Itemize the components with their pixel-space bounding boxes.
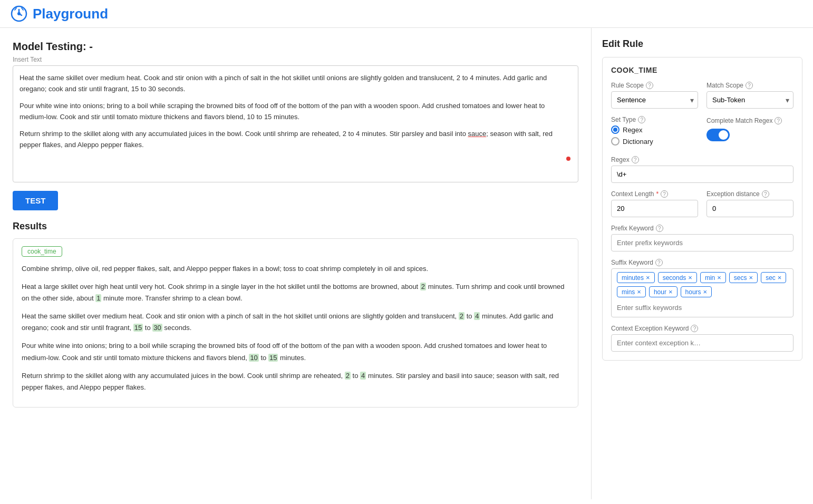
suffix-tag-minutes: minutes × (617, 272, 655, 283)
rule-scope-select-wrapper: Sentence Token Document ▾ (611, 91, 698, 109)
complete-match-group: Complete Match Regex ? (706, 116, 793, 141)
context-length-info-icon[interactable]: ? (661, 190, 668, 198)
left-panel: Model Testing: - Insert Text Heat the sa… (0, 28, 592, 499)
complete-match-toggle-row (706, 129, 793, 141)
regex-group: Regex ? (611, 156, 793, 183)
highlight: 4 (360, 372, 366, 380)
model-testing-title: Model Testing: - (13, 41, 578, 53)
exception-distance-label: Exception distance ? (706, 190, 793, 198)
regex-radio-button[interactable] (611, 125, 620, 134)
exception-distance-input[interactable] (706, 200, 793, 217)
exception-distance-info-icon[interactable]: ? (762, 190, 769, 198)
match-scope-select[interactable]: Sub-Token Token Sentence (706, 91, 793, 109)
highlight: 4 (474, 312, 480, 320)
regex-radio-label: Regex (623, 126, 643, 134)
context-exception-keyword-input[interactable] (611, 334, 793, 352)
highlight: 2 (420, 283, 426, 290)
highlight: 10 (249, 354, 258, 362)
context-exception-info-icon[interactable]: ? (691, 325, 698, 332)
rule-scope-label: Rule Scope ? (611, 82, 698, 89)
text-para-3: Return shrimp to the skillet along with … (20, 128, 572, 151)
header: Playground (0, 0, 813, 28)
cook-time-tag: cook_time (22, 246, 62, 257)
highlight: 30 (152, 324, 162, 332)
results-title: Results (13, 221, 578, 232)
tag-row: cook_time (22, 246, 569, 257)
suffix-tag-hour: hour × (649, 286, 678, 297)
suffix-tag-hour-remove[interactable]: × (669, 288, 673, 296)
prefix-keyword-info-icon[interactable]: ? (656, 225, 663, 232)
suffix-tag-sec-remove[interactable]: × (778, 274, 782, 282)
dictionary-radio-button[interactable] (611, 137, 620, 146)
text-para-1: Heat the same skillet over medium heat. … (20, 72, 572, 95)
suffix-keyword-label: Suffix Keyword ? (611, 259, 793, 266)
complete-match-info-icon[interactable]: ? (775, 117, 782, 124)
suffix-tag-secs-remove[interactable]: × (749, 274, 753, 282)
suffix-keyword-info-icon[interactable]: ? (655, 259, 663, 266)
dictionary-radio-label: Dictionary (623, 138, 653, 146)
set-type-info-icon[interactable]: ? (638, 116, 645, 123)
suffix-tag-min: min × (700, 272, 726, 283)
suffix-tag-minutes-remove[interactable]: × (646, 274, 650, 282)
test-button[interactable]: TEST (13, 191, 58, 210)
result-para-2: Heat a large skillet over high heat unti… (22, 281, 569, 304)
rule-scope-group: Rule Scope ? Sentence Token Document ▾ (611, 82, 698, 109)
regex-radio-dot (613, 128, 617, 132)
suffix-tag-min-remove[interactable]: × (717, 274, 721, 282)
toggle-slider (706, 129, 730, 141)
suffix-tag-hours-remove[interactable]: × (703, 288, 708, 296)
rule-name: COOK_TIME (611, 66, 793, 74)
right-panel: Edit Rule COOK_TIME Rule Scope ? Sentenc… (592, 28, 813, 499)
context-length-group: Context Length * ? (611, 190, 698, 217)
rule-scope-select[interactable]: Sentence Token Document (611, 91, 698, 109)
results-box: cook_time Combine shrimp, olive oil, red… (13, 238, 578, 408)
prefix-keyword-label: Prefix Keyword ? (611, 225, 793, 232)
suffix-tag-mins-remove[interactable]: × (637, 288, 641, 296)
match-scope-group: Match Scope ? Sub-Token Token Sentence ▾ (706, 82, 793, 109)
set-type-group: Set Type ? Regex Dictionary (611, 116, 698, 149)
suffix-tag-mins: mins × (617, 286, 646, 297)
regex-input[interactable] (611, 166, 793, 183)
app-logo-icon (11, 5, 27, 22)
insert-text-label: Insert Text (13, 56, 578, 63)
complete-match-label: Complete Match Regex ? (706, 117, 793, 124)
highlight: 2 (459, 312, 464, 320)
exception-distance-group: Exception distance ? (706, 190, 793, 217)
highlight: 15 (268, 354, 278, 362)
edit-rule-title: Edit Rule (602, 38, 802, 50)
suffix-tag-seconds-remove[interactable]: × (688, 274, 692, 282)
suffix-keyword-input-wrapper[interactable]: minutes × seconds × min × secs × sec × m… (611, 268, 793, 317)
rule-scope-info-icon[interactable]: ? (646, 82, 653, 89)
match-scope-label: Match Scope ? (706, 82, 793, 89)
context-length-label: Context Length * ? (611, 190, 698, 198)
text-para-2: Pour white wine into onions; bring to a … (20, 100, 572, 123)
set-type-row: Set Type ? Regex Dictionary (611, 116, 793, 149)
suffix-tag-sec: sec × (761, 272, 786, 283)
svg-point-0 (17, 12, 21, 15)
suffix-keyword-text-input[interactable] (617, 302, 788, 314)
set-type-label: Set Type ? (611, 116, 698, 123)
suffix-tag-secs: secs × (729, 272, 758, 283)
context-exception-keyword-group: Context Exception Keyword ? (611, 325, 793, 352)
red-dot-indicator (566, 157, 570, 161)
suffix-keyword-group: Suffix Keyword ? minutes × seconds × min… (611, 259, 793, 317)
text-area-content[interactable]: Heat the same skillet over medium heat. … (13, 66, 578, 182)
rule-card: COOK_TIME Rule Scope ? Sentence Token Do… (602, 57, 802, 361)
regex-info-icon[interactable]: ? (632, 156, 639, 163)
match-scope-select-wrapper: Sub-Token Token Sentence ▾ (706, 91, 793, 109)
prefix-keyword-input[interactable] (611, 234, 793, 251)
required-star: * (656, 190, 659, 198)
context-exception-keyword-label: Context Exception Keyword ? (611, 325, 793, 332)
highlight: 1 (95, 294, 101, 302)
text-area-wrapper[interactable]: Heat the same skillet over medium heat. … (13, 65, 578, 182)
dictionary-radio-row[interactable]: Dictionary (611, 137, 698, 146)
main-layout: Model Testing: - Insert Text Heat the sa… (0, 28, 813, 499)
scope-row: Rule Scope ? Sentence Token Document ▾ (611, 82, 793, 109)
context-length-input[interactable] (611, 200, 698, 217)
complete-match-toggle[interactable] (706, 129, 730, 141)
suffix-tags: minutes × seconds × min × secs × sec × m… (617, 272, 788, 297)
logo-area: Playground (11, 5, 108, 22)
prefix-keyword-group: Prefix Keyword ? (611, 225, 793, 251)
match-scope-info-icon[interactable]: ? (746, 82, 753, 89)
regex-radio-row[interactable]: Regex (611, 125, 698, 134)
